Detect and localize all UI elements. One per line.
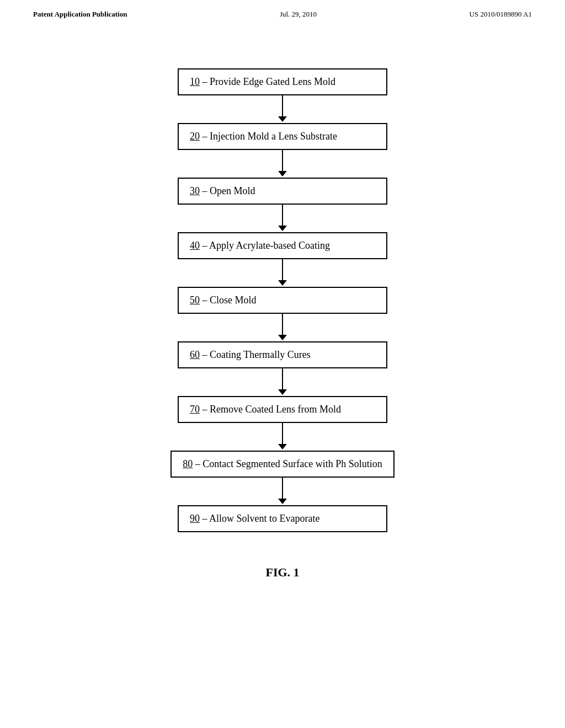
header-publication-type: Patent Application Publication [33,10,127,19]
arrow-1 [278,95,287,123]
page-header: Patent Application Publication Jul. 29, … [0,0,565,24]
step-10-label: – Provide Edge Gated Lens Mold [200,76,335,87]
step-40: 40 – Apply Acrylate-based Coating [178,232,387,259]
step-80-number: 80 [183,458,193,469]
arrow-6 [278,368,287,396]
step-70: 70 – Remove Coated Lens from Mold [178,396,387,423]
step-60-label: – Coating Thermally Cures [200,349,311,360]
step-60-number: 60 [190,349,200,360]
arrow-8 [278,478,287,505]
arrow-4 [278,259,287,287]
arrow-7 [278,423,287,451]
figure-label: FIG. 1 [265,565,299,580]
step-30: 30 – Open Mold [178,178,387,205]
step-50-label: – Close Mold [200,295,257,306]
step-80-label: – Contact Segmented Surface with Ph Solu… [193,458,382,469]
arrow-5 [278,314,287,341]
step-20-label: – Injection Mold a Lens Substrate [200,131,337,142]
main-content: 10 – Provide Edge Gated Lens Mold20 – In… [0,24,565,580]
step-90-label: – Allow Solvent to Evaporate [200,513,319,524]
step-40-number: 40 [190,240,200,251]
step-90: 90 – Allow Solvent to Evaporate [178,505,387,532]
step-20: 20 – Injection Mold a Lens Substrate [178,123,387,150]
step-40-label: – Apply Acrylate-based Coating [200,240,330,251]
step-10-number: 10 [190,76,200,87]
step-10: 10 – Provide Edge Gated Lens Mold [178,68,387,95]
step-80: 80 – Contact Segmented Surface with Ph S… [170,451,394,478]
step-70-number: 70 [190,404,200,415]
step-50: 50 – Close Mold [178,287,387,314]
step-70-label: – Remove Coated Lens from Mold [200,404,341,415]
flowchart: 10 – Provide Edge Gated Lens Mold20 – In… [170,68,394,532]
header-date: Jul. 29, 2010 [280,10,317,19]
arrow-3 [278,205,287,232]
step-90-number: 90 [190,513,200,524]
header-patent-number: US 2010/0189890 A1 [470,10,532,19]
step-30-number: 30 [190,185,200,196]
step-60: 60 – Coating Thermally Cures [178,341,387,368]
step-50-number: 50 [190,295,200,306]
arrow-2 [278,150,287,178]
step-30-label: – Open Mold [200,185,255,196]
step-20-number: 20 [190,131,200,142]
